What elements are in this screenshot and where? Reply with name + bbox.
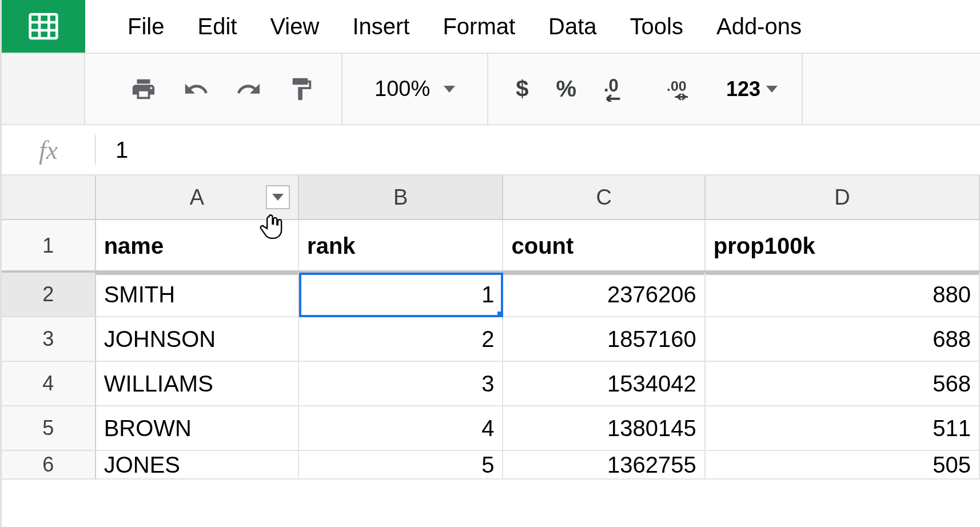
- row-header[interactable]: 5: [2, 406, 96, 451]
- menu-bar: File Edit View Insert Format Data Tools …: [85, 0, 802, 53]
- menu-tools[interactable]: Tools: [630, 14, 683, 39]
- toolbar-buttons: 100% $ % .0 .00 123: [85, 54, 806, 124]
- row-header[interactable]: 6: [2, 451, 96, 480]
- grid-rows: 1 name rank count prop100k 2 SMITH 1 237…: [2, 220, 980, 527]
- row-header[interactable]: 2: [2, 273, 96, 317]
- cell[interactable]: 880: [706, 273, 980, 317]
- table-row: 2 SMITH 1 2376206 880: [2, 273, 980, 317]
- cell[interactable]: 1362755: [503, 451, 705, 480]
- cell[interactable]: WILLIAMS: [96, 362, 299, 406]
- menu-data[interactable]: Data: [548, 14, 597, 39]
- cell[interactable]: 688: [706, 317, 980, 362]
- menu-edit[interactable]: Edit: [197, 14, 237, 39]
- svg-text:.0: .0: [604, 77, 619, 95]
- sheets-logo[interactable]: [2, 0, 85, 53]
- svg-text:.00: .00: [667, 78, 686, 94]
- row-header[interactable]: 3: [2, 317, 96, 362]
- column-header-b[interactable]: B: [299, 175, 503, 220]
- column-letter: D: [834, 185, 850, 210]
- toolbar: 100% $ % .0 .00 123: [2, 53, 980, 125]
- redo-icon: [236, 76, 262, 102]
- cell[interactable]: 505: [706, 451, 980, 480]
- table-row: 6 JONES 5 1362755 505: [2, 451, 980, 480]
- format-percent-button[interactable]: %: [552, 76, 580, 102]
- cell[interactable]: prop100k: [706, 220, 980, 273]
- cell[interactable]: 2376206: [503, 273, 705, 317]
- chevron-down-icon: [444, 86, 455, 93]
- toolbar-divider: [802, 54, 803, 124]
- cell[interactable]: 511: [706, 406, 980, 451]
- decrease-decimal-icon: .0: [604, 77, 639, 102]
- cell[interactable]: JOHNSON: [96, 317, 299, 362]
- menu-view[interactable]: View: [270, 14, 319, 39]
- chevron-down-icon: [272, 194, 284, 201]
- column-header-a[interactable]: A: [96, 175, 299, 220]
- menu-insert[interactable]: Insert: [352, 14, 409, 39]
- paint-format-icon: [288, 76, 314, 102]
- toolbar-gutter: [2, 54, 85, 124]
- paint-format-button[interactable]: [285, 73, 317, 105]
- cell[interactable]: 5: [299, 451, 503, 480]
- top-strip: File Edit View Insert Format Data Tools …: [2, 0, 980, 53]
- cell[interactable]: JONES: [96, 451, 299, 480]
- table-row: 4 WILLIAMS 3 1534042 568: [2, 362, 980, 406]
- formula-input[interactable]: 1: [96, 137, 980, 163]
- column-letter: C: [596, 185, 611, 210]
- cell[interactable]: 1534042: [503, 362, 705, 406]
- svg-rect-0: [30, 14, 57, 38]
- print-button[interactable]: [128, 73, 160, 105]
- undo-button[interactable]: [180, 73, 212, 105]
- grid: A B C D 1 name rank count prop100k 2 SMI…: [2, 175, 980, 527]
- menu-format[interactable]: Format: [443, 14, 515, 39]
- cell[interactable]: 1857160: [503, 317, 705, 362]
- zoom-value: 100%: [375, 77, 430, 101]
- more-formats-dropdown[interactable]: 123: [726, 77, 778, 101]
- column-header-d[interactable]: D: [706, 175, 980, 220]
- cell-selected[interactable]: 1: [299, 273, 503, 317]
- increase-decimal-icon: .00: [667, 77, 702, 102]
- menu-file[interactable]: File: [128, 14, 164, 39]
- increase-decimal-button[interactable]: .00: [663, 77, 706, 102]
- toolbar-divider: [341, 54, 342, 124]
- spreadsheet-app: File Edit View Insert Format Data Tools …: [0, 0, 980, 527]
- fx-label: fx: [2, 135, 96, 165]
- decrease-decimal-button[interactable]: .0: [600, 77, 643, 102]
- row-header[interactable]: 1: [2, 220, 96, 273]
- cell[interactable]: 1380145: [503, 406, 705, 451]
- menu-addons[interactable]: Add-ons: [716, 14, 802, 39]
- zoom-dropdown[interactable]: 100%: [366, 77, 463, 101]
- table-row: 3 JOHNSON 2 1857160 688: [2, 317, 980, 362]
- column-letter: A: [190, 185, 204, 210]
- table-row: 1 name rank count prop100k: [2, 220, 980, 273]
- cell[interactable]: BROWN: [96, 406, 299, 451]
- cell[interactable]: 2: [299, 317, 503, 362]
- column-letter: B: [393, 185, 408, 210]
- formula-bar: fx 1: [2, 125, 980, 175]
- cell[interactable]: rank: [299, 220, 503, 273]
- format-currency-button[interactable]: $: [512, 76, 532, 102]
- sheets-icon: [22, 10, 65, 42]
- cell[interactable]: 568: [706, 362, 980, 406]
- cell[interactable]: SMITH: [96, 273, 299, 317]
- cell[interactable]: name: [96, 220, 299, 273]
- cell[interactable]: count: [503, 220, 705, 273]
- table-row: 5 BROWN 4 1380145 511: [2, 406, 980, 451]
- chevron-down-icon: [766, 86, 778, 93]
- cell[interactable]: 4: [299, 406, 503, 451]
- column-menu-button[interactable]: [266, 185, 290, 209]
- more-formats-label: 123: [726, 77, 760, 101]
- redo-button[interactable]: [233, 73, 265, 105]
- column-headers: A B C D: [2, 175, 980, 220]
- select-all-corner[interactable]: [2, 175, 96, 220]
- toolbar-divider: [487, 54, 488, 124]
- column-header-c[interactable]: C: [503, 175, 705, 220]
- cell[interactable]: 3: [299, 362, 503, 406]
- row-header[interactable]: 4: [2, 362, 96, 406]
- undo-icon: [183, 76, 209, 102]
- print-icon: [130, 76, 157, 102]
